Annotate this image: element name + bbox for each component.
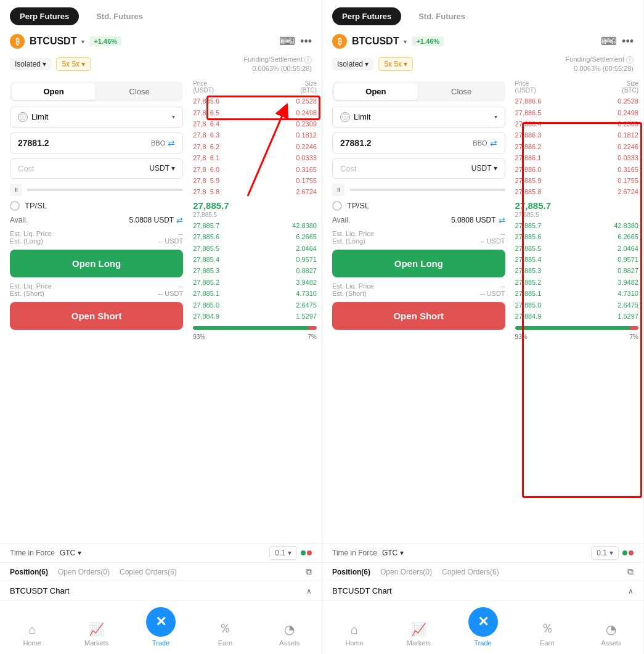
open-long-btn-right[interactable]: Open Long	[332, 250, 505, 277]
ob-bid-5-right: 27,885.30.8827	[515, 266, 638, 277]
sub-row-right: Isolated ▾ 5x 5x ▾ Funding/Settlement i …	[322, 52, 643, 76]
open-short-btn-right[interactable]: Open Short	[332, 302, 505, 330]
tab-close-left[interactable]: Close	[97, 83, 181, 100]
isolated-btn-left[interactable]: Isolated ▾	[10, 58, 51, 70]
slider-track-left[interactable]	[27, 189, 183, 191]
ob-bid-3-right: 27,885.52.0464	[515, 243, 638, 254]
usdt-select-left[interactable]: USDT ▾	[149, 164, 175, 173]
tab-close-right[interactable]: Close	[420, 83, 503, 100]
nav-earn-left[interactable]: ％ Earn	[193, 620, 257, 647]
ob-bid-8-left: 27,885.02.6475	[193, 300, 317, 311]
oc-tabs-right: Open Close	[332, 81, 505, 102]
tab-std-futures-left[interactable]: Std. Futures	[86, 7, 153, 25]
bottom-tabs-left: Position(6) Open Orders(0) Copied Orders…	[0, 562, 322, 581]
limit-info-icon-left: ⓘ	[18, 112, 28, 122]
ob-bid-3-left: 27,885.52.0464	[193, 243, 317, 254]
tif-val-left[interactable]: GTC ▾	[60, 549, 81, 557]
chart-icon-right[interactable]: ⌨	[601, 35, 617, 48]
nav-trade-right[interactable]: ✕ Trade	[450, 607, 515, 647]
btab-open-orders-left[interactable]: Open Orders(0)	[58, 568, 110, 576]
isolated-btn-right[interactable]: Isolated ▾	[332, 58, 373, 70]
pause-btn-left[interactable]: ⏸	[10, 184, 22, 196]
ob-ask-9-left: 27,885.82.6724	[193, 187, 317, 198]
tif-row-left: Time in Force GTC ▾ 0.1 ▾	[0, 543, 322, 562]
earn-icon-left: ％	[219, 620, 231, 637]
btab-copied-right[interactable]: Copied Orders(6)	[442, 568, 499, 576]
tab-perp-futures-left[interactable]: Perp Futures	[10, 7, 79, 25]
ob-ask-7-right: 27,886.00.3165	[515, 164, 638, 175]
price-val-left: 27881.2	[18, 138, 151, 148]
ob-ask-3-right: 27,886.40.2309	[515, 119, 638, 130]
chart-chevron-right[interactable]: ∧	[628, 587, 634, 595]
more-icon-left[interactable]: •••	[300, 35, 312, 48]
liq-long-section-right: Est. Liq. Price-- Est. (Long)-- USDT	[332, 230, 505, 245]
nav-trade-left[interactable]: ✕ Trade	[129, 607, 193, 647]
ob-bid-1-right: 27,885.742.8380	[515, 220, 638, 231]
nav-assets-right[interactable]: ◔ Assets	[579, 622, 643, 647]
nav-assets-left[interactable]: ◔ Assets	[258, 622, 322, 647]
slider-track-right[interactable]	[349, 189, 505, 191]
ob-vol-green-right	[515, 326, 630, 330]
nav-markets-right[interactable]: 📈 Markets	[386, 622, 450, 647]
qty-input-left[interactable]: 0.1 ▾	[269, 546, 297, 560]
tpsl-toggle-right[interactable]	[332, 201, 342, 211]
open-long-btn-left[interactable]: Open Long	[10, 250, 183, 277]
qty-input-right[interactable]: 0.1 ▾	[591, 546, 619, 560]
cost-row-right[interactable]: Cost USDT ▾	[332, 158, 505, 179]
earn-label-left: Earn	[218, 639, 232, 647]
copy-icon-right[interactable]: ⧉	[627, 566, 634, 577]
swap-icon-left[interactable]: ⇄	[168, 138, 175, 148]
tif-val-right[interactable]: GTC ▾	[382, 549, 404, 557]
tif-label-left: Time in Force	[10, 549, 55, 557]
markets-icon-right: 📈	[411, 622, 426, 637]
trade-fab-right[interactable]: ✕	[468, 607, 498, 637]
slider-row-left: ⏸	[10, 184, 183, 196]
oc-tabs-left: Open Close	[10, 81, 183, 102]
btab-position-right[interactable]: Position(6)	[332, 568, 370, 576]
tpsl-toggle-left[interactable]	[10, 201, 20, 211]
btab-open-orders-right[interactable]: Open Orders(0)	[380, 568, 432, 576]
pair-chevron-right[interactable]: ▾	[404, 38, 407, 45]
tab-std-futures-right[interactable]: Std. Futures	[409, 7, 475, 25]
ob-mid-left: 27,885.7	[193, 198, 317, 211]
cost-placeholder-right: Cost	[340, 164, 471, 173]
more-icon-right[interactable]: •••	[622, 35, 634, 48]
panel-right: Perp Futures Std. Futures ₿ BTCUSDT ▾ +1…	[322, 0, 643, 654]
ob-vol-labels-left: 93%7%	[193, 333, 317, 340]
assets-icon-right: ◔	[606, 622, 616, 637]
avail-swap-left[interactable]: ⇄	[176, 216, 183, 225]
top-tabs-right: Perp Futures Std. Futures	[322, 0, 643, 30]
chart-chevron-left[interactable]: ∧	[306, 587, 312, 595]
btab-copied-left[interactable]: Copied Orders(6)	[120, 568, 177, 576]
chart-icon-left[interactable]: ⌨	[279, 35, 295, 48]
swap-icon-right[interactable]: ⇄	[490, 138, 497, 148]
tpsl-row-left: TP/SL	[10, 201, 183, 211]
nav-markets-left[interactable]: 📈 Markets	[64, 622, 128, 647]
tab-open-left[interactable]: Open	[12, 83, 96, 100]
limit-row-right[interactable]: ⓘ Limit ▾	[332, 107, 505, 128]
home-icon-right: ⌂	[351, 623, 358, 637]
bbo-label-right: BBO	[473, 139, 487, 147]
copy-icon-left[interactable]: ⧉	[306, 566, 312, 577]
limit-row-left[interactable]: ⓘ Limit ▾	[10, 107, 183, 128]
nav-home-left[interactable]: ⌂ Home	[0, 623, 64, 647]
ob-ask-1-left: 27,885.60.2528	[193, 96, 317, 107]
tab-open-right[interactable]: Open	[334, 83, 418, 100]
price-row-right[interactable]: 27881.2 BBO ⇄	[332, 133, 505, 153]
pause-btn-right[interactable]: ⏸	[332, 184, 344, 196]
nav-home-right[interactable]: ⌂ Home	[322, 623, 386, 647]
avail-swap-right[interactable]: ⇄	[499, 216, 505, 225]
nav-earn-right[interactable]: ％ Earn	[515, 620, 579, 647]
pair-chevron-left[interactable]: ▾	[81, 38, 84, 45]
ob-bid-7-right: 27,885.14.7310	[515, 288, 638, 300]
leverage-btn-left[interactable]: 5x 5x ▾	[56, 57, 91, 71]
limit-chevron-left: ▾	[172, 113, 175, 120]
trade-fab-left[interactable]: ✕	[146, 607, 176, 637]
price-row-left[interactable]: 27881.2 BBO ⇄	[10, 133, 183, 153]
leverage-btn-right[interactable]: 5x 5x ▾	[378, 57, 413, 71]
btab-position-left[interactable]: Position(6)	[10, 568, 48, 576]
open-short-btn-left[interactable]: Open Short	[10, 302, 183, 330]
usdt-select-right[interactable]: USDT ▾	[471, 164, 497, 173]
cost-row-left[interactable]: Cost USDT ▾	[10, 158, 183, 179]
tab-perp-futures-right[interactable]: Perp Futures	[332, 7, 401, 25]
